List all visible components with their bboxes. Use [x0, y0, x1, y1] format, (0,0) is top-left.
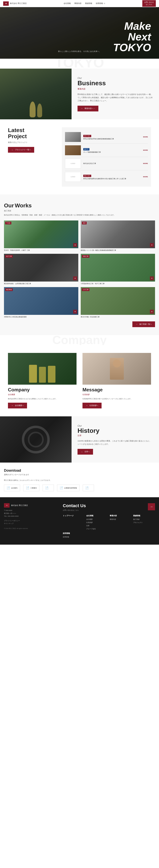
download-item-5[interactable]: 📄: [83, 485, 94, 491]
our-works-desc: 株式会社野口工業店は、管路整備・実績、基礎・橋梁・メーカル・維修などの主な施工実…: [4, 214, 123, 217]
latest-project-jp-sub: 最新の主なプロジェクト: [8, 141, 56, 144]
header-cta-button[interactable]: お問い合わせ はこちら: [142, 0, 156, 7]
latest-project-more-button[interactable]: → プロジェクト一覧へ: [8, 147, 34, 153]
work-caption-4: 小田急鉄東北工程「地下工事工事: [81, 282, 155, 285]
nav-recruit[interactable]: 採用情報 ☆: [96, 2, 105, 5]
download-label-4: 企業案内採用情報: [64, 487, 77, 489]
footer-nav-col-4: 業績情報 施工実績 プロジェクト: [133, 515, 155, 531]
history-image: [0, 416, 72, 463]
project-info-1: 新工 完工 東毛広域幹線 野友丸橋桁架橋補強補修工事: [83, 134, 141, 140]
business-more-button[interactable]: → 事業内容へ→: [78, 106, 98, 112]
hero-bg-text-container: TOKYO: [0, 59, 159, 69]
message-block: Message 社長挨拶 社長挨拶 野口工業店の様々な社長のメッセージをご紹介い…: [82, 353, 151, 408]
footer-nav-col-5: 採用情報 採用情報: [63, 532, 85, 539]
arrow-icon: →: [81, 107, 83, 110]
hero-subtitle: 暮らしと暮らしの未来を創る、その先にある未来へ。: [58, 50, 101, 53]
footer-left: ㈱ 株式会社 野口工業店 〒000-0000 東京都○○区○○○○ TEL: 0…: [4, 503, 57, 539]
nav-about[interactable]: 会社情報: [63, 2, 71, 5]
project-name-1: 東毛広域幹線 野友丸橋桁架橋補強補修工事: [83, 138, 141, 140]
company-image: [8, 353, 77, 384]
message-subtitle: 社長挨拶: [82, 393, 151, 396]
latest-project-inner: Latest Project 最新の主なプロジェクト → プロジェクト一覧へ 新…: [4, 127, 155, 187]
footer-sitemap-link[interactable]: サイトマップ: [4, 522, 57, 525]
history-jp-subtitle: 沿革: [78, 434, 153, 437]
company-btn-label: 会社概要へ: [15, 404, 24, 407]
cta-line2: はこちら: [144, 4, 154, 5]
pdf-icon-5: 📄: [85, 486, 89, 490]
hero-next: Next: [113, 31, 151, 42]
download-item-4[interactable]: 📄 企業案内採用情報: [57, 485, 80, 491]
project-tag-2: 施工中: [83, 148, 89, 151]
work-expand-6[interactable]: +: [150, 310, 154, 314]
footer-nav-business[interactable]: 事業内容: [110, 518, 132, 521]
work-thumb-1: 下水道 +: [4, 220, 78, 248]
work-item-5: 施設整備 + 仲間村市口 村区家会整備容量業: [4, 287, 78, 318]
work-expand-5[interactable]: +: [73, 310, 77, 314]
contact-us-block: Contact Us お問い合わせはこちら: [63, 503, 86, 515]
download-title: Download: [4, 468, 155, 473]
footer-logo: ㈱ 株式会社 野口工業店: [4, 503, 57, 507]
works-more-button[interactable]: → 施工実績一覧へ: [132, 321, 155, 327]
project-item-1[interactable]: 新工 完工 東毛広域幹線 野友丸橋桁架橋補強補修工事 MORE: [65, 130, 148, 144]
work-expand-4[interactable]: +: [150, 276, 154, 280]
works-label: Works: [15, 203, 32, 209]
footer-nav-recruit[interactable]: 採用情報: [63, 535, 85, 539]
work-label-2: 橋梁: [82, 222, 87, 224]
work-item-3: 地下工事 + 横浜新幹線端「山田実験試験工場工事: [4, 254, 78, 285]
project-more-1[interactable]: MORE: [143, 136, 148, 138]
footer-nav-col-3: 事業内容 事業内容: [110, 515, 132, 531]
footer-nav-message[interactable]: 社長挨拶: [86, 521, 108, 524]
works-more-btn-container: → 施工実績一覧へ: [4, 321, 155, 327]
hero-make: Make: [113, 21, 151, 31]
work-expand-3[interactable]: +: [73, 276, 77, 280]
project-more-2[interactable]: MORE: [143, 149, 148, 151]
footer-right: Contact Us お問い合わせはこちら → トップページ 会社情報 会社概要…: [63, 503, 155, 539]
project-item-4[interactable]: LOGO 施工 完工 東毛広域幹線野友丸橋桁部外の切さ破損工事に伴う人員工事 M…: [65, 170, 148, 183]
pdf-icon-1: 📄: [6, 486, 10, 490]
nav-results[interactable]: 業績情報: [85, 2, 92, 5]
footer-nav-group[interactable]: グループ会社: [86, 527, 108, 531]
our-works-title: Our Works: [4, 203, 155, 209]
footer-nav-about[interactable]: 会社概要: [86, 518, 108, 521]
arrow-icon: →: [81, 451, 83, 453]
pdf-icon-2: 📄: [26, 486, 29, 490]
work-label-6: 土木工事: [82, 288, 89, 291]
nav-business[interactable]: 事業内容: [74, 2, 81, 5]
footer-nav-projects[interactable]: プロジェクト: [133, 521, 155, 524]
download-item-2[interactable]: 📄 工事案内: [23, 485, 39, 491]
download-item-1[interactable]: 📄 会社案内: [4, 485, 20, 491]
project-item-3[interactable]: LOGO 株式会社試合工事 MORE: [65, 157, 148, 170]
work-caption-2: 新国道バイパス 第一橋及び架橋補強基礎橋梁工事: [81, 249, 155, 251]
work-thumb-6: 土木工事 +: [81, 287, 155, 315]
site-footer: ㈱ 株式会社 野口工業店 〒000-0000 東京都○○区○○○○ TEL: 0…: [0, 497, 159, 545]
download-items: 📄 会社案内 📄 工事案内 📄 📄 企業案内採用情報 📄: [4, 485, 155, 491]
work-expand-2[interactable]: +: [150, 243, 154, 247]
pdf-icon-4: 📄: [60, 486, 63, 490]
history-our-label: Our: [78, 424, 153, 427]
work-item-2: 橋梁 + 新国道バイパス 第一橋及び架橋補強基礎橋梁工事: [81, 220, 155, 251]
project-more-3[interactable]: MORE: [143, 162, 148, 164]
contact-arrow-button[interactable]: →: [148, 503, 155, 510]
footer-nav-history[interactable]: 沿革: [86, 524, 108, 527]
footer-addr: 東京都○○区○○○○: [4, 512, 57, 515]
download-label-5: [90, 487, 91, 489]
project-thumb-2: [65, 145, 81, 155]
project-item-2[interactable]: 施工中 タンク修繕補修補修工事 MORE: [65, 144, 148, 157]
our-works-jp-sub: 施工実績: [4, 210, 155, 212]
company-message-inner: Company 会社概要 株式会社野口工業店のさまざまな情報をこちらでご紹介いた…: [4, 345, 155, 416]
business-our-label: Our: [78, 76, 153, 80]
project-more-4[interactable]: MORE: [143, 176, 148, 178]
download-desc: 野口工業店の資料をこちらからダウンロードすることができます。: [4, 479, 155, 482]
footer-policy-link[interactable]: プライバシーポリシー: [4, 520, 57, 522]
footer-nav-col-2: 会社情報 会社概要 社長挨拶 沿革 グループ会社: [86, 515, 108, 531]
footer-nav-works[interactable]: 施工実績: [133, 518, 155, 521]
history-more-button[interactable]: → 沿革へ: [78, 449, 93, 455]
message-more-button[interactable]: → 社長挨拶へ: [82, 403, 102, 408]
our-works-header: Our Works 施工実績 株式会社野口工業店は、管路整備・実績、基礎・橋梁・…: [4, 203, 155, 217]
work-item-6: 土木工事 + 東京行列橋 / 茨定基礎工事: [81, 287, 155, 318]
download-item-3[interactable]: 📄: [43, 485, 54, 491]
footer-inner: ㈱ 株式会社 野口工業店 〒000-0000 東京都○○区○○○○ TEL: 0…: [4, 503, 155, 539]
footer-logo-text: 株式会社 野口工業店: [11, 504, 28, 507]
company-more-button[interactable]: → 会社概要へ: [8, 403, 27, 408]
work-expand-1[interactable]: +: [73, 243, 77, 247]
